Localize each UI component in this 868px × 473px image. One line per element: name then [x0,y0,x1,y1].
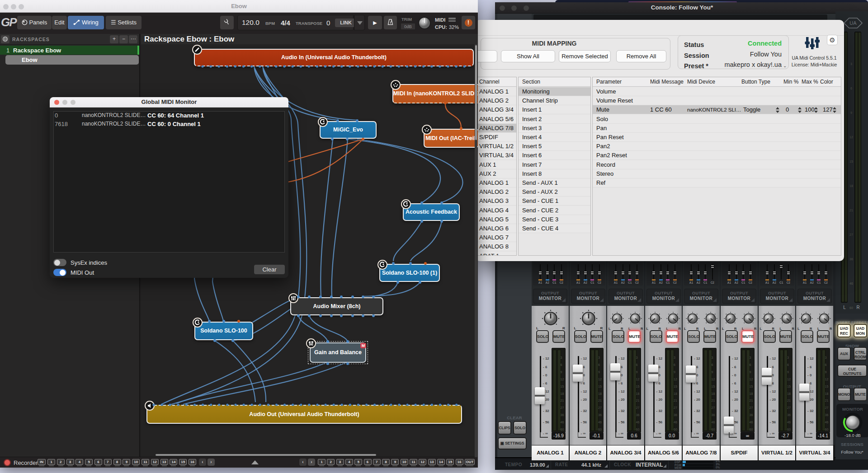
svg-text:UA: UA [849,20,857,26]
